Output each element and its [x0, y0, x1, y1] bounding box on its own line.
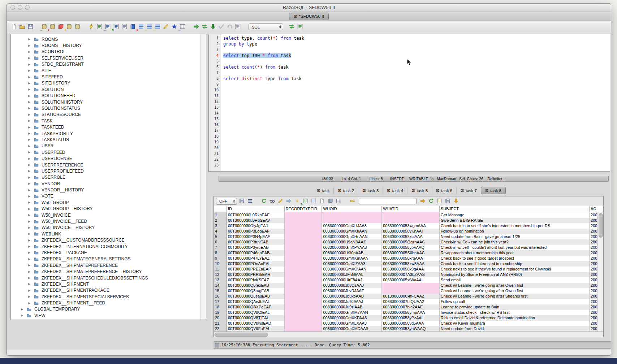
disclosure-triangle-icon[interactable]: ▶ — [27, 239, 31, 242]
view-row-icon[interactable] — [268, 197, 276, 205]
export-rows-icon[interactable] — [427, 197, 435, 205]
sidebar-item-rooms-history[interactable]: ▶ROOMS__HISTORY — [11, 42, 201, 48]
sidebar-item-w50-invoice-feed[interactable]: ▶W50_INVOICE__FEED — [11, 218, 201, 224]
result-tab-task[interactable]: ⊠task — [313, 187, 333, 194]
disclosure-triangle-icon[interactable]: ▶ — [27, 169, 31, 173]
table-cell[interactable]: Need update from David — [440, 326, 590, 332]
disclosure-triangle-icon[interactable]: ▶ — [27, 63, 31, 66]
disclosure-triangle-icon[interactable]: ▶ — [27, 207, 31, 211]
sidebar-item-selfserviceuser[interactable]: ▶SELFSERVICEUSER — [11, 55, 201, 61]
table-row[interactable]: 400T3000000P3LopEAF0033000000GmXKnAAN006… — [214, 229, 603, 234]
table-cell[interactable]: 0033000000H9i0pAAB — [322, 250, 382, 256]
form-view-icon[interactable] — [310, 197, 318, 205]
table-cell[interactable]: 00630000005S0bnAAC — [382, 250, 440, 256]
format-sql-icon[interactable] — [162, 23, 170, 31]
table-cell[interactable]: Get Massage — [440, 212, 590, 218]
sidebar-item-userfeed[interactable]: ▶USERFEED — [11, 149, 201, 155]
result-tab-task-3[interactable]: ⊠task 3 — [358, 187, 383, 194]
table-cell[interactable]: 00T3000000PRR8rEAH — [227, 272, 285, 277]
sidebar-item-view[interactable]: ▶VIEW — [11, 312, 201, 318]
disclosure-triangle-icon[interactable]: ▶ — [27, 113, 31, 116]
table-cell[interactable] — [285, 234, 322, 239]
editor-line[interactable] — [223, 157, 610, 162]
table-cell[interactable] — [285, 294, 322, 299]
sidebar-item-zkfedex-internationalcommodity[interactable]: ▶ZKFEDEX__INTERNATIONALCOMMODITY — [11, 243, 201, 250]
disclosure-triangle-icon[interactable]: ▶ — [27, 289, 31, 292]
sidebar-item-w50-invoice[interactable]: ▶W50_INVOICE — [11, 212, 201, 218]
results-horizontal-scrollbar[interactable] — [214, 332, 603, 337]
sort-filter-icon[interactable] — [246, 197, 254, 205]
result-tab-task-7[interactable]: ⊠task 7 — [456, 187, 481, 194]
table-cell[interactable]: Check w/ Kevin Tsujihara — [440, 321, 590, 326]
query-builder-icon[interactable]: → — [104, 23, 112, 31]
sidebar-item-user[interactable]: ▶USER — [11, 143, 201, 149]
table-cell[interactable]: 00T3000000P46qnEAB — [227, 250, 285, 256]
sidebar-item-solution[interactable]: ▶SOLUTION — [11, 86, 201, 92]
table-cell[interactable]: 006300000058ympAAA — [382, 310, 440, 315]
tab-close-icon[interactable]: ⊠ — [338, 188, 341, 192]
editor-line[interactable] — [223, 105, 610, 110]
editor-line[interactable] — [223, 116, 610, 122]
editor-line[interactable] — [223, 99, 610, 105]
disclosure-triangle-icon[interactable]: ▶ — [27, 107, 31, 110]
tab-close-icon[interactable]: ⊠ — [485, 188, 488, 192]
describe-table-icon[interactable] — [129, 23, 137, 31]
table-row[interactable]: 2200T3000000QV9FaEAL0033000000GmXMDAA300… — [214, 326, 603, 332]
zoom-window-button[interactable] — [25, 5, 30, 10]
table-cell[interactable]: 0033000000HirF8AAJ — [322, 277, 382, 283]
disclosure-triangle-icon[interactable]: ▶ — [27, 220, 31, 223]
reload-results-icon[interactable]: ↻ — [301, 197, 310, 205]
execute-fetch-icon[interactable] — [95, 23, 104, 31]
table-cell[interactable]: Rick to email David & reference Delmonte… — [440, 315, 590, 321]
table-cell[interactable]: Nominated by Shane Freeman at ANZ (HR50) — [440, 272, 590, 277]
table-cell[interactable] — [285, 218, 322, 223]
table-row[interactable]: 1700T3000000QAeJbEAL0033000000Ju9J9AAJ00… — [214, 299, 603, 304]
tab-close-icon[interactable]: ⊠ — [362, 188, 366, 192]
table-row[interactable]: 600T3000000P3tuvEAB0033000000H9aNBAAZ006… — [214, 239, 603, 245]
editor-line[interactable] — [223, 70, 610, 76]
results-vertical-scrollbar[interactable] — [597, 212, 603, 332]
editor-line[interactable] — [223, 122, 610, 128]
commit-icon[interactable] — [217, 23, 225, 31]
database-icon[interactable] — [73, 23, 82, 31]
duplicate-table-icon[interactable] — [57, 23, 65, 31]
table-cell[interactable] — [322, 218, 382, 223]
table-cell[interactable]: 006300000058ypVAAQ — [382, 245, 440, 250]
table-cell[interactable]: 0033000000JFhGlAAL — [322, 272, 382, 277]
table-cell[interactable]: Check nexis to see if they've found a re… — [440, 266, 590, 272]
table-cell[interactable]: 006300000058x9qAAA — [382, 266, 440, 272]
table-cell[interactable]: Follow-up on nomination — [440, 229, 590, 234]
sidebar-item-solutionstatus[interactable]: ▶SOLUTIONSTATUS — [11, 105, 201, 111]
editor-line[interactable]: select distinct type from task — [223, 76, 610, 82]
sidebar-item-global-temporary[interactable]: ▶GLOBAL TEMPORARY — [11, 306, 201, 312]
sidebar-item-w50-invoice-history[interactable]: ▶W50_INVOICE__HISTORY — [11, 225, 201, 231]
table-cell[interactable]: 00T3000000Q8rexEAB — [227, 283, 285, 288]
table-cell[interactable] — [285, 315, 322, 321]
sql-editor[interactable]: 1234567891011121314151617181920212223 se… — [208, 34, 610, 172]
new-file-icon[interactable] — [10, 23, 18, 31]
document-tab[interactable]: ⊠ *SFDCW50 II — [289, 13, 328, 20]
disclosure-triangle-icon[interactable]: ▶ — [27, 282, 31, 286]
tab-close-icon[interactable]: ⊠ — [411, 188, 415, 192]
sync-connection-icon[interactable] — [200, 23, 209, 31]
disclosure-triangle-icon[interactable]: ▶ — [27, 69, 31, 72]
table-cell[interactable]: Send email — [440, 277, 590, 283]
table-cell[interactable]: 00T3000000P3tuvEAB — [227, 239, 285, 245]
table-cell[interactable]: 0013000000C4fFCAAZ — [382, 294, 440, 299]
table-cell[interactable] — [285, 272, 322, 277]
table-cell[interactable]: 006300000058yhWAAQ — [382, 326, 440, 332]
sidebar-item-staticresource[interactable]: ▶STATICRESOURCE — [11, 112, 201, 118]
disclosure-triangle-icon[interactable]: ▶ — [27, 44, 31, 47]
sidebar-item-userprofilefeed[interactable]: ▶USERPROFILEFEED — [11, 168, 201, 174]
disclosure-triangle-icon[interactable]: ▶ — [27, 188, 31, 192]
table-cell[interactable]: 0033000000GmXLXAA3 — [322, 321, 382, 326]
table-cell[interactable]: 00T3000000QAeJbEAL — [227, 299, 285, 304]
table-cell[interactable]: 0033000000GmXKnAAN — [322, 229, 382, 234]
disclosure-triangle-icon[interactable]: ▶ — [27, 75, 31, 79]
table-cell[interactable]: 006300000058wgmAAA — [382, 223, 440, 229]
window-titlebar[interactable]: RazorSQL - SFDCW50 II — [7, 4, 611, 12]
table-row[interactable]: 2000T3000000QV8TjEAL0033000000GmXKPAA300… — [214, 315, 603, 321]
table-row[interactable]: 2100T3000000QV8wsEAD0033000000GmXLXAA300… — [214, 321, 603, 326]
editor-line[interactable]: select count(*) from task — [223, 64, 610, 70]
find-next-icon[interactable] — [419, 197, 427, 205]
